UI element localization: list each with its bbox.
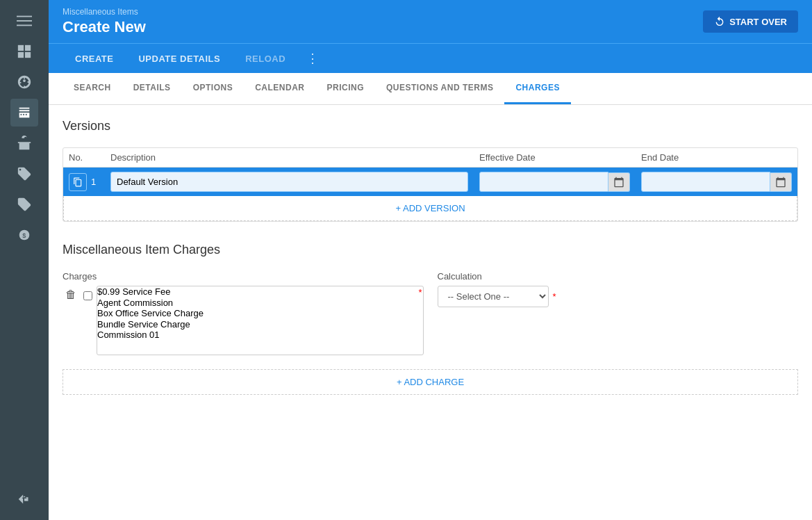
header-left: Miscellaneous Items Create New	[63, 7, 146, 36]
svg-text:$: $	[22, 232, 26, 239]
tabs: SEARCH DETAILS OPTIONS CALENDAR PRICING …	[49, 73, 812, 105]
tab-charges[interactable]: CHARGES	[504, 73, 571, 104]
effective-date-calendar-button[interactable]	[608, 172, 630, 192]
tab-calendar[interactable]: CALENDAR	[244, 73, 315, 104]
svg-rect-3	[18, 45, 24, 51]
end-date-input[interactable]	[641, 172, 770, 192]
start-over-button[interactable]: START OVER	[703, 10, 798, 33]
coins-icon[interactable]: $	[10, 221, 38, 249]
charges-column: Charges 🗑 $0.99 Service Fee Agent Commis…	[63, 271, 424, 355]
tab-details[interactable]: DETAILS	[122, 73, 182, 104]
charges-grid: Charges 🗑 $0.99 Service Fee Agent Commis…	[63, 271, 798, 355]
content-area: Versions No. Description Effective Date …	[49, 105, 812, 520]
action-bar: CREATE UPDATE DETAILS RELOAD ⋮	[49, 43, 812, 73]
menu-icon[interactable]	[10, 7, 38, 35]
svg-rect-5	[18, 52, 24, 58]
calculation-select-wrap: -- Select One -- Flat Amount Percentage …	[438, 286, 799, 307]
add-version-button[interactable]: + ADD VERSION	[63, 196, 797, 221]
versions-container: No. Description Effective Date End Date	[63, 147, 798, 222]
calculation-column: Calculation -- Select One -- Flat Amount…	[438, 271, 799, 307]
charge-checkbox-wrap	[83, 286, 92, 300]
main-content: Miscellaneous Items Create New START OVE…	[49, 0, 812, 520]
row-end-date	[636, 168, 797, 197]
charge-option-1[interactable]: $0.99 Service Fee	[97, 286, 423, 298]
tag2-icon[interactable]	[10, 190, 38, 218]
row-number: 1	[91, 177, 96, 187]
charge-option-4[interactable]: Bundle Service Charge	[97, 319, 423, 330]
svg-rect-2	[17, 25, 32, 26]
calculation-select[interactable]: -- Select One -- Flat Amount Percentage …	[438, 286, 549, 307]
col-header-no: No.	[63, 148, 105, 168]
dollar-icon[interactable]	[10, 68, 38, 96]
tag-icon[interactable]	[10, 160, 38, 188]
charges-section: Miscellaneous Item Charges Charges 🗑	[63, 243, 798, 395]
charge-option-3[interactable]: Box Office Service Charge	[97, 308, 423, 319]
effective-date-input[interactable]	[479, 172, 608, 192]
row-copy-no: 1	[63, 168, 105, 197]
breadcrumb: Miscellaneous Items	[63, 7, 146, 17]
charges-section-title: Miscellaneous Item Charges	[63, 243, 798, 257]
calculation-label: Calculation	[438, 271, 799, 282]
end-date-calendar-button[interactable]	[770, 172, 792, 192]
tab-search[interactable]: SEARCH	[63, 73, 122, 104]
tab-options[interactable]: OPTIONS	[182, 73, 245, 104]
versions-table: No. Description Effective Date End Date	[63, 148, 797, 196]
tab-pricing[interactable]: PRICING	[315, 73, 375, 104]
exit-icon[interactable]	[10, 485, 38, 513]
col-header-enddate: End Date	[636, 148, 797, 168]
versions-title: Versions	[63, 119, 798, 133]
svg-rect-6	[25, 52, 31, 58]
charge-checkbox[interactable]	[83, 291, 92, 300]
svg-rect-0	[17, 16, 32, 17]
row-description	[105, 168, 474, 197]
svg-rect-1	[17, 20, 32, 22]
copy-button[interactable]	[69, 173, 87, 191]
update-details-button[interactable]: UPDATE DETAILS	[126, 47, 233, 71]
charge-option-5[interactable]: Commission 01	[97, 330, 423, 341]
description-input[interactable]	[110, 172, 468, 192]
charges-required-star: *	[418, 287, 422, 298]
col-header-effdate: Effective Date	[474, 148, 636, 168]
charges-list-wrap: 🗑 $0.99 Service Fee Agent Commission Box…	[63, 286, 424, 355]
calculation-required-star: *	[553, 291, 556, 302]
gift-icon[interactable]	[10, 129, 38, 157]
create-button[interactable]: CREATE	[63, 47, 126, 71]
tab-questions-and-terms[interactable]: QUESTIONS AND TERMS	[375, 73, 504, 104]
store-icon[interactable]	[10, 99, 38, 127]
charge-option-2[interactable]: Agent Commission	[97, 298, 423, 309]
page-title: Create New	[63, 18, 146, 36]
svg-rect-4	[25, 45, 31, 51]
charges-listbox[interactable]: $0.99 Service Fee Agent Commission Box O…	[97, 286, 424, 355]
header: Miscellaneous Items Create New START OVE…	[49, 0, 812, 43]
dashboard-icon[interactable]	[10, 38, 38, 65]
delete-charge-button[interactable]: 🗑	[63, 286, 79, 304]
col-header-desc: Description	[105, 148, 474, 168]
row-effective-date	[474, 168, 636, 197]
more-options-button[interactable]: ⋮	[298, 44, 327, 73]
charges-label: Charges	[63, 271, 424, 282]
table-row: 1	[63, 168, 797, 197]
reload-button[interactable]: RELOAD	[233, 47, 298, 71]
sidebar: $	[0, 0, 49, 520]
add-charge-button[interactable]: + ADD CHARGE	[63, 369, 798, 395]
